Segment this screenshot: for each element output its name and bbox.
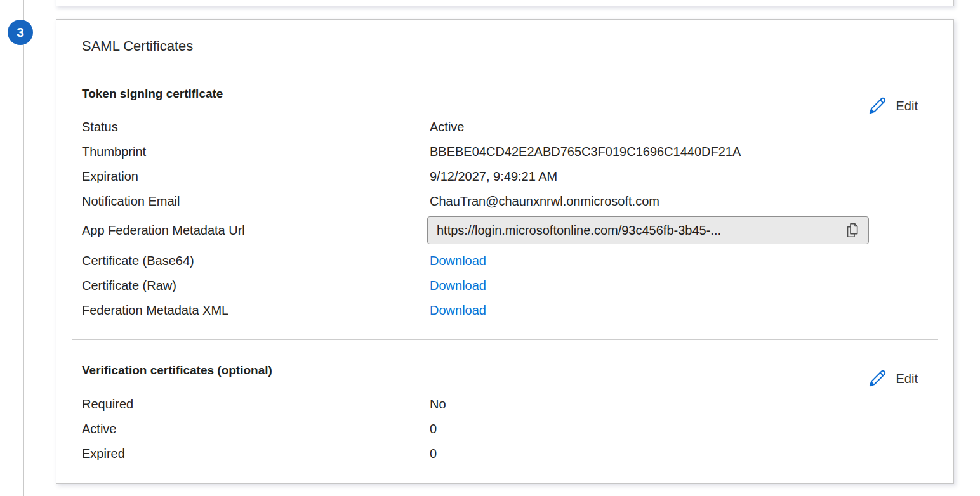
active-row: Active 0	[82, 417, 928, 441]
expiration-row: Expiration 9/12/2027, 9:49:21 AM	[82, 164, 928, 189]
certificate-raw-row: Certificate (Raw) Download	[82, 273, 928, 298]
certificate-base64-label: Certificate (Base64)	[82, 249, 430, 273]
federation-metadata-xml-label: Federation Metadata XML	[82, 298, 430, 323]
certificate-raw-label: Certificate (Raw)	[82, 273, 430, 298]
app-federation-metadata-url-field[interactable]: https://login.microsoftonline.com/93c456…	[427, 216, 869, 244]
section-divider	[72, 339, 938, 340]
expired-value: 0	[430, 441, 437, 466]
edit-pencil-icon	[867, 96, 887, 116]
stepper-connector-line	[23, 0, 24, 496]
card-title: SAML Certificates	[82, 37, 928, 55]
step-number-badge: 3	[8, 20, 33, 45]
status-value: Active	[430, 115, 464, 140]
status-row: Status Active	[82, 115, 928, 140]
required-label: Required	[82, 392, 430, 417]
expired-label: Expired	[82, 441, 430, 466]
active-value: 0	[430, 417, 437, 441]
step-number: 3	[17, 25, 24, 40]
copy-icon	[845, 223, 859, 238]
federation-metadata-xml-row: Federation Metadata XML Download	[82, 298, 928, 323]
edit-button-label: Edit	[896, 99, 918, 114]
app-federation-metadata-url-value[interactable]: https://login.microsoftonline.com/93c456…	[437, 223, 844, 238]
active-label: Active	[82, 417, 430, 441]
status-label: Status	[82, 115, 430, 140]
certificate-base64-download-link[interactable]: Download	[430, 249, 486, 273]
required-row: Required No	[82, 392, 928, 417]
app-federation-metadata-url-row: App Federation Metadata Url https://logi…	[82, 215, 928, 245]
notification-email-row: Notification Email ChauTran@chaunxnrwl.o…	[82, 189, 928, 214]
expiration-label: Expiration	[82, 164, 430, 189]
notification-email-value: ChauTran@chaunxnrwl.onmicrosoft.com	[430, 189, 659, 214]
previous-card-bottom-edge	[56, 0, 954, 6]
download-rows: Certificate (Base64) Download Certificat…	[82, 249, 928, 323]
thumbprint-label: Thumbprint	[82, 140, 430, 164]
notification-email-label: Notification Email	[82, 189, 430, 214]
saml-certificates-card: SAML Certificates Edit Token signing cer…	[56, 19, 954, 484]
app-federation-metadata-url-label: App Federation Metadata Url	[82, 223, 430, 238]
federation-metadata-xml-download-link[interactable]: Download	[430, 298, 486, 323]
certificate-base64-row: Certificate (Base64) Download	[82, 249, 928, 273]
edit-pencil-icon	[867, 369, 887, 389]
verification-certificate-details: Required No Active 0 Expired 0	[82, 392, 928, 466]
required-value: No	[430, 392, 446, 417]
token-signing-certificate-heading: Token signing certificate	[82, 85, 928, 102]
expired-row: Expired 0	[82, 441, 928, 466]
certificate-raw-download-link[interactable]: Download	[430, 273, 486, 298]
thumbprint-value: BBEBE04CD42E2ABD765C3F019C1696C1440DF21A	[430, 140, 741, 164]
token-certificate-details: Status Active Thumbprint BBEBE04CD42E2AB…	[82, 115, 928, 323]
edit-verification-certificates-button[interactable]: Edit	[867, 369, 918, 389]
thumbprint-row: Thumbprint BBEBE04CD42E2ABD765C3F019C169…	[82, 140, 928, 164]
expiration-value: 9/12/2027, 9:49:21 AM	[430, 164, 557, 189]
edit-token-signing-certificate-button[interactable]: Edit	[867, 96, 918, 116]
copy-url-button[interactable]	[844, 222, 861, 238]
edit-button-label: Edit	[896, 372, 918, 386]
page: 3 SAML Certificates Edit Token signing c…	[0, 0, 980, 496]
verification-certificates-heading: Verification certificates (optional)	[82, 362, 928, 379]
